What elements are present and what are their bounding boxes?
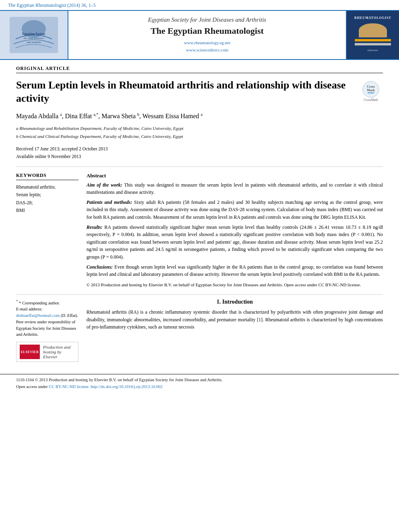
crossmark-label: CrossMark — [364, 98, 378, 102]
journal-url2: www.sciencedirect.com — [184, 47, 230, 54]
affiliation-b: b Chemical and Clinical Pathology Depart… — [16, 133, 383, 140]
keyword-1: Rheumatoid arthritis; — [16, 183, 78, 191]
conclusions-label: Conclusions: — [86, 264, 113, 270]
results-label: Results: — [86, 224, 103, 230]
abstract-text: Aim of the work: This study was designed… — [86, 181, 383, 288]
journal-header-center: Egyptian Society for Joint Diseases and … — [68, 11, 347, 59]
footnote-email: E-mail address: drdinaeffat@hotmail.com … — [16, 306, 78, 319]
affiliation-a: a Rheumatology and Rehabilitation Depart… — [16, 125, 383, 132]
svg-text:Egyptian Society: Egyptian Society — [22, 32, 45, 36]
right-logo-text: RHEUMATOLOGIST — [354, 16, 391, 20]
intro-heading: 1. Introduction — [86, 299, 383, 305]
main-content: ORIGINAL ARTICLE Serum Leptin levels in … — [0, 60, 399, 374]
keyword-2: Serum leptin; — [16, 191, 78, 199]
available-date: Available online 9 November 2013 — [16, 153, 383, 161]
bottom-two-col: * * Corresponding author. E-mail address… — [16, 299, 383, 362]
abstract-conclusions: Conclusions: Even though serum leptin le… — [86, 263, 383, 278]
keywords-column: KEYWORDS Rheumatoid arthritis; Serum lep… — [16, 173, 78, 288]
elsevier-logo: ELSEVIER — [20, 345, 40, 359]
elsevier-logo-text: ELSEVIER — [21, 350, 39, 354]
keywords-heading: KEYWORDS — [16, 173, 78, 180]
article-title: Serum Leptin levels in Rheumatoid arthri… — [16, 79, 359, 105]
journal-title-header: The Egyptian Rheumatologist — [150, 26, 263, 36]
author-mayada: Mayada Abdalla a, — [16, 113, 65, 119]
aim-label: Aim of the work: — [86, 182, 122, 188]
journal-logo-right: RHEUMATOLOGIST elsevier — [347, 11, 399, 59]
bottom-divider — [16, 294, 383, 295]
keyword-4: BMI — [16, 207, 78, 215]
footnote-column: * * Corresponding author. E-mail address… — [16, 299, 78, 362]
journal-link-bar: The Egyptian Rheumatologist (2014) 36, 1… — [0, 0, 399, 10]
svg-text:and Arthritis: and Arthritis — [27, 41, 41, 44]
journal-url1: www.rheumatology.eg.net — [184, 39, 230, 47]
intro-text: Rheumatoid arthritis (RA) is a chronic i… — [86, 308, 383, 331]
journal-logo-left: Egyptian Society for Joint Diseases and … — [0, 11, 68, 59]
cc-license-link[interactable]: CC BY-NC-ND license. — [49, 384, 89, 389]
svg-text:Cross: Cross — [367, 85, 374, 88]
article-title-row: Serum Leptin levels in Rheumatoid arthri… — [16, 79, 383, 105]
journal-urls: www.rheumatology.eg.net www.sciencedirec… — [184, 39, 230, 53]
abstract-aim: Aim of the work: This study was designed… — [86, 181, 383, 196]
article-type-label: ORIGINAL ARTICLE — [16, 66, 383, 73]
keyword-3: DAS-28; — [16, 199, 78, 207]
society-name: Egyptian Society for Joint Diseases and … — [148, 16, 266, 23]
crossmark: Cross Mark CrossMark — [359, 80, 383, 102]
footer-issn: 1110-1164 © 2013 Production and hosting … — [16, 377, 222, 384]
copyright: © 2013 Production and hosting by Elsevie… — [86, 281, 383, 288]
footnote-peer: Peer review under responsibility of Egyp… — [16, 319, 78, 338]
journal-header: Egyptian Society for Joint Diseases and … — [0, 10, 399, 60]
svg-text:Mark: Mark — [367, 88, 375, 92]
aim-text: This study was designed to measure the s… — [86, 182, 383, 195]
doi-link[interactable]: http://dx.doi.org/10.1016/j.ejr.2013.10.… — [90, 384, 162, 389]
affiliations: a Rheumatology and Rehabilitation Depart… — [16, 125, 383, 140]
footer-bottom: Open access under CC BY-NC-ND license. h… — [16, 384, 383, 390]
svg-text:for Joint Diseases: for Joint Diseases — [24, 37, 44, 40]
author-wessam: Wessam Eissa Hamed a — [142, 113, 202, 119]
abstract-heading: Abstract — [86, 173, 383, 179]
elsevier-tagline: Production and hosting by Elsevier — [43, 345, 75, 359]
patients-label: Patients and methods: — [86, 199, 132, 205]
author-dina: Dina Effat a,*, — [65, 113, 102, 119]
footnote-text: * * Corresponding author. E-mail address… — [16, 299, 78, 338]
footer-top: 1110-1164 © 2013 Production and hosting … — [16, 377, 383, 384]
page-footer: 1110-1164 © 2013 Production and hosting … — [0, 374, 399, 392]
results-text: RA patients showed statistically signifi… — [86, 224, 383, 260]
introduction-column: 1. Introduction Rheumatoid arthritis (RA… — [86, 299, 383, 362]
journal-citation: The Egyptian Rheumatologist (2014) 36, 1… — [8, 2, 96, 8]
keywords-list: Rheumatoid arthritis; Serum leptin; DAS-… — [16, 183, 78, 215]
conclusions-text: Even though serum leptin level was signi… — [86, 264, 383, 277]
keywords-abstract-section: KEYWORDS Rheumatoid arthritis; Serum lep… — [16, 166, 383, 288]
received-date: Received 17 June 2013; accepted 2 Octobe… — [16, 145, 383, 153]
author-marwa: Marwa Sheta b, — [102, 113, 143, 119]
abstract-patients: Patients and methods: Sixty adult RA pat… — [86, 199, 383, 221]
abstract-column: Abstract Aim of the work: This study was… — [86, 173, 383, 288]
abstract-results: Results: RA patients showed statisticall… — [86, 224, 383, 261]
authors: Mayada Abdalla a, Dina Effat a,*, Marwa … — [16, 111, 383, 121]
footnote-star: * * Corresponding author. — [16, 299, 78, 306]
elsevier-box: ELSEVIER Production and hosting by Elsev… — [16, 342, 78, 362]
article-dates: Received 17 June 2013; accepted 2 Octobe… — [16, 145, 383, 161]
email-link[interactable]: drdinaeffat@hotmail.com — [16, 313, 60, 318]
